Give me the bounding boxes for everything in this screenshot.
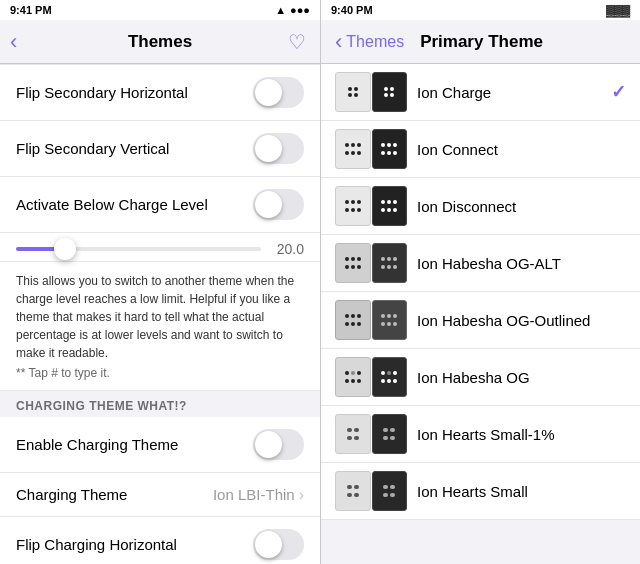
info-text: This allows you to switch to another the… [16,272,304,362]
theme-name-ion-hearts-small-1: Ion Hearts Small-1% [417,426,626,443]
status-icons-left: ▲ ●●● [275,4,310,16]
theme-row-ion-habesha-og[interactable]: Ion Habesha OG [321,349,640,406]
theme-name-ion-connect: Ion Connect [417,141,626,158]
theme-name-ion-charge: Ion Charge [417,84,601,101]
label-flip-secondary-horizontal: Flip Secondary Horizontal [16,84,188,101]
chevron-icon: › [299,486,304,504]
right-panel: 9:40 PM ▓▓▓ ‹ Themes Primary Theme [320,0,640,564]
preview-ion-habesha-og-outlined [335,300,407,340]
label-flip-secondary-vertical: Flip Secondary Vertical [16,140,169,157]
row-enable-charging-theme: Enable Charging Theme [0,417,320,473]
charging-theme-value: Ion LBI-Thin › [213,486,304,504]
row-activate-below-charge: Activate Below Charge Level [0,177,320,233]
status-icons-right: ▓▓▓ [606,4,630,16]
preview-ion-habesha-og [335,357,407,397]
signal-icon: ●●● [290,4,310,16]
preview-ion-hearts-small [335,471,407,511]
theme-check-ion-charge: ✓ [611,81,626,103]
preview-ion-hearts-small-1 [335,414,407,454]
left-panel: 9:41 PM ▲ ●●● ‹ Themes ♡ Flip Secondary … [0,0,320,564]
label-enable-charging-theme: Enable Charging Theme [16,436,178,453]
theme-row-ion-charge[interactable]: Ion Charge ✓ [321,64,640,121]
settings-list: Flip Secondary Horizontal Flip Secondary… [0,64,320,564]
theme-name-ion-habesha-og: Ion Habesha OG [417,369,626,386]
nav-title-left: Themes [128,32,192,52]
row-charging-theme[interactable]: Charging Theme Ion LBI-Thin › [0,473,320,517]
back-button-left[interactable]: ‹ [10,29,17,55]
charging-theme-text: Ion LBI-Thin [213,486,295,503]
info-tap: ** Tap # to type it. [16,366,304,380]
preview-ion-charge [335,72,407,112]
theme-row-ion-habesha-og-outlined[interactable]: Ion Habesha OG-Outlined [321,292,640,349]
slider-row: 20.0 [16,241,304,257]
slider-section: 20.0 [0,233,320,262]
nav-title-right: Primary Theme [420,32,543,52]
slider-track[interactable] [16,247,261,251]
preview-ion-connect [335,129,407,169]
theme-name-ion-disconnect: Ion Disconnect [417,198,626,215]
theme-row-ion-connect[interactable]: Ion Connect [321,121,640,178]
slider-value: 20.0 [269,241,304,257]
info-box: This allows you to switch to another the… [0,262,320,391]
row-flip-charging-horizontal: Flip Charging Horizontal [0,517,320,564]
themes-list: Ion Charge ✓ Ion Connect [321,64,640,564]
label-flip-charging-horizontal: Flip Charging Horizontal [16,536,177,553]
toggle-activate-below-charge[interactable] [253,189,304,220]
theme-row-ion-disconnect[interactable]: Ion Disconnect [321,178,640,235]
preview-ion-disconnect [335,186,407,226]
theme-row-ion-habesha-og-alt[interactable]: Ion Habesha OG-ALT [321,235,640,292]
back-arrow-icon: ‹ [335,29,342,55]
status-time-left: 9:41 PM [10,4,52,16]
theme-name-ion-habesha-og-outlined: Ion Habesha OG-Outlined [417,312,626,329]
nav-bar-right: ‹ Themes Primary Theme [321,20,640,64]
nav-bar-left: ‹ Themes ♡ [0,20,320,64]
back-text: Themes [346,33,404,51]
toggle-flip-secondary-vertical[interactable] [253,133,304,164]
slider-thumb[interactable] [54,238,76,260]
preview-ion-habesha-og-alt [335,243,407,283]
toggle-flip-charging-horizontal[interactable] [253,529,304,560]
label-activate-below-charge: Activate Below Charge Level [16,196,208,213]
theme-name-ion-hearts-small: Ion Hearts Small [417,483,626,500]
theme-row-ion-hearts-small[interactable]: Ion Hearts Small [321,463,640,520]
status-bar-right: 9:40 PM ▓▓▓ [321,0,640,20]
status-bar-left: 9:41 PM ▲ ●●● [0,0,320,20]
heart-button[interactable]: ♡ [288,30,306,54]
battery-icon: ▓▓▓ [606,4,630,16]
status-time-right: 9:40 PM [331,4,373,16]
wifi-icon: ▲ [275,4,286,16]
back-button-right[interactable]: ‹ Themes [335,29,404,55]
section-header-charging: CHARGING THEME WHAT!? [0,391,320,417]
toggle-flip-secondary-horizontal[interactable] [253,77,304,108]
theme-name-ion-habesha-og-alt: Ion Habesha OG-ALT [417,255,626,272]
toggle-enable-charging-theme[interactable] [253,429,304,460]
row-flip-secondary-horizontal: Flip Secondary Horizontal [0,64,320,121]
row-flip-secondary-vertical: Flip Secondary Vertical [0,121,320,177]
label-charging-theme: Charging Theme [16,486,127,503]
theme-row-ion-hearts-small-1[interactable]: Ion Hearts Small-1% [321,406,640,463]
